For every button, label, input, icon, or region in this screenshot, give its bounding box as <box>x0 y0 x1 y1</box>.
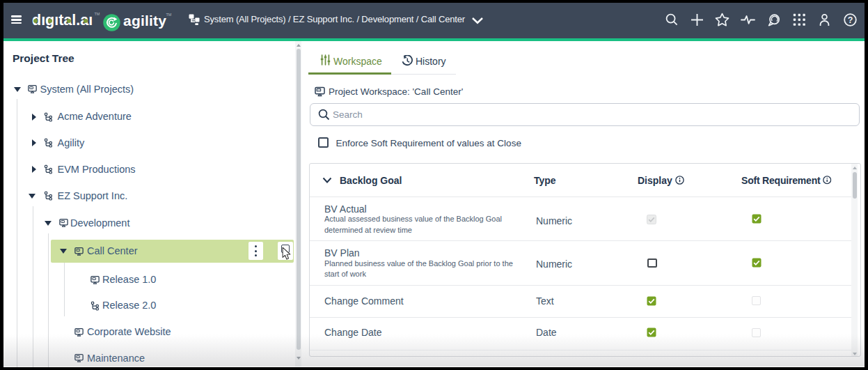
svg-text:?: ? <box>848 15 853 25</box>
